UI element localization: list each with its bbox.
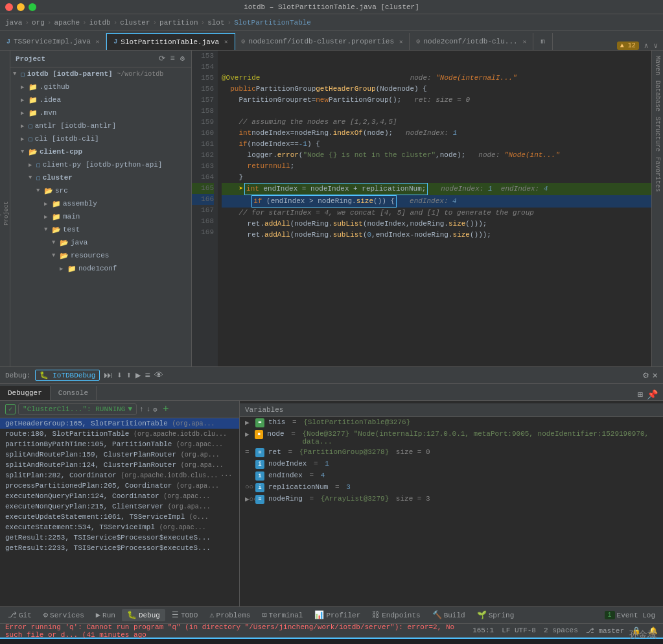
tree-item-cli[interactable]: ▶ ◻ cli [iotdb-cli]: [10, 132, 191, 145]
breadcrumb-apache[interactable]: apache: [54, 19, 80, 27]
frame-item-0[interactable]: getHeaderGroup:165, SlotPartitionTable (…: [0, 418, 239, 429]
tab-node2conf[interactable]: ⚙ node2conf/iotdb-clu... ✕: [410, 33, 533, 50]
frame-item-9[interactable]: executeUpdateStatement:1061, TSServiceIm…: [0, 512, 239, 522]
spring-button[interactable]: 🌱 Spring: [472, 609, 520, 621]
debug-button[interactable]: 🐛 Debug: [122, 609, 165, 621]
frame-item-4[interactable]: splitAndRoutePlan:124, ClusterPlanRouter…: [0, 460, 239, 470]
frame-item-3[interactable]: splitAndRoutePlan:159, ClusterPlanRouter…: [0, 449, 239, 460]
tree-item-client-py[interactable]: ▶ ◻ client-py [iotdb-python-api]: [10, 158, 191, 171]
var-nodeindex[interactable]: i nodeIndex = 1: [240, 459, 663, 470]
var-node[interactable]: ▶ ● node = {Node@3277} "Node(internalIp:…: [240, 429, 663, 447]
expand-all-icon[interactable]: ∨: [653, 42, 658, 50]
close-tab-icon[interactable]: ✕: [523, 38, 526, 45]
terminal-button[interactable]: ⊡ Terminal: [257, 609, 308, 621]
frame-item-12[interactable]: getResult:2233, TSIService$Processor$exe…: [0, 543, 239, 553]
tree-item-iotdb-root[interactable]: ▼ ◻ iotdb [iotdb-parent] ~/work/iotdb: [10, 67, 191, 80]
structure-label[interactable]: Structure: [654, 117, 661, 152]
todo-button[interactable]: ☰ TODO: [167, 609, 203, 621]
close-button[interactable]: [5, 3, 13, 11]
breadcrumb-class[interactable]: SlotPartitionTable: [234, 19, 311, 27]
add-frame-button[interactable]: +: [163, 403, 169, 415]
frame-item-8[interactable]: executeNonQueryPlan:215, ClientServer (o…: [0, 501, 239, 512]
frame-item-2[interactable]: partitionByPathTime:105, PartitionTable …: [0, 439, 239, 449]
var-ret[interactable]: = ≡ ret = {PartitionGroup@3278} size = 0: [240, 447, 663, 459]
debugger-tab[interactable]: Debugger: [0, 386, 51, 400]
collapse-tree-button[interactable]: ≡: [169, 53, 176, 64]
tree-item-assembly[interactable]: ▶ 📁 assembly: [10, 197, 191, 210]
problems-button[interactable]: ⚠ Problems: [204, 609, 255, 621]
tree-item-src[interactable]: ▼ 📂 src: [10, 184, 191, 197]
code-content[interactable]: @Override node: "Node(internalI..." publ…: [218, 51, 651, 366]
build-button[interactable]: 🔨 Build: [427, 609, 471, 621]
run-to-cursor-button[interactable]: ▶: [135, 370, 141, 381]
var-nodering[interactable]: ▶○○ ≡ nodeRing = {ArrayList@3279} size =…: [240, 494, 663, 505]
database-label[interactable]: Database: [654, 80, 661, 112]
var-this[interactable]: ▶ = this = {SlotPartitionTable@3276}: [240, 417, 663, 429]
thread-dropdown[interactable]: "ClusterCli...": RUNNING ▼: [18, 403, 137, 415]
event-log-button[interactable]: 1 Event Log: [599, 610, 660, 621]
frame-item-1[interactable]: route:180, SlotPartitionTable (org.apach…: [0, 429, 239, 439]
tree-item-resources[interactable]: ▼ 📂 resources: [10, 249, 191, 262]
restore-layout-icon[interactable]: ⊞: [638, 389, 643, 400]
profiler-button[interactable]: 📊 Profiler: [309, 609, 366, 621]
pin-tab-icon[interactable]: 📌: [647, 389, 658, 400]
settings-debug-button[interactable]: ⚙: [643, 370, 648, 381]
close-tab-icon[interactable]: ✕: [96, 38, 99, 45]
evaluate-button[interactable]: ≡: [145, 370, 150, 381]
var-endindex[interactable]: i endIndex = 4: [240, 470, 663, 482]
close-active-tab-icon[interactable]: ✕: [224, 38, 227, 45]
close-debug-button[interactable]: ✕: [653, 370, 658, 381]
step-into-button[interactable]: ⬇: [117, 370, 122, 381]
breadcrumb-slot[interactable]: slot: [207, 19, 224, 27]
fullscreen-button[interactable]: [29, 3, 36, 11]
warnings-badge[interactable]: ▲ 12: [617, 42, 639, 50]
code-editor[interactable]: 153154155 156157158 159160161 162163164 …: [192, 51, 651, 366]
terminal-panel[interactable]: _____ _________ ______ ____ |_ _| |_ _ _…: [0, 638, 663, 644]
show-watches-button[interactable]: 👁: [154, 370, 163, 381]
services-button[interactable]: ⚙ Services: [38, 609, 89, 621]
run-button[interactable]: ▶ Run: [91, 609, 121, 621]
breadcrumb-cluster[interactable]: cluster: [120, 19, 150, 27]
expand-icon[interactable]: =: [245, 448, 253, 456]
settings-tree-button[interactable]: ⚙: [179, 53, 186, 64]
frame-item-10[interactable]: executeStatement:534, TSServiceImpl (org…: [0, 522, 239, 532]
endpoints-button[interactable]: ⛓ Endpoints: [367, 609, 425, 621]
sync-tree-button[interactable]: ⟳: [157, 53, 167, 64]
tab-node1conf[interactable]: ⚙ node1conf/iotdb-cluster.properties ✕: [235, 33, 410, 50]
breadcrumb-partition[interactable]: partition: [159, 19, 198, 27]
step-out-button[interactable]: ⬆: [126, 370, 132, 381]
frames-filter-button[interactable]: ⊜: [153, 405, 157, 414]
frames-up-button[interactable]: ↑: [139, 405, 144, 413]
expand-icon[interactable]: ▶○○: [245, 495, 253, 503]
favorites-label[interactable]: Favorites: [654, 157, 661, 192]
var-replicationnum[interactable]: ○○ i replicationNum = 3: [240, 482, 663, 494]
frame-item-7[interactable]: executeNonQueryPlan:124, Coordinator (or…: [0, 491, 239, 501]
breadcrumb-org[interactable]: org: [32, 19, 45, 27]
expand-icon[interactable]: ○○: [245, 483, 253, 491]
frame-item-11[interactable]: getResult:2253, TSIService$Processor$exe…: [0, 532, 239, 543]
git-button[interactable]: ⎇ Git: [3, 609, 37, 621]
tab-tsserviceimpl[interactable]: J TSServiceImpl.java ✕: [0, 33, 106, 50]
tree-item-client-cpp[interactable]: ▼ 📂 client-cpp: [10, 145, 191, 158]
expand-icon[interactable]: ▶: [245, 430, 252, 438]
collapse-all-icon[interactable]: ∧: [644, 42, 649, 50]
tree-item-main[interactable]: ▶ 📁 main: [10, 210, 191, 223]
tree-item-test[interactable]: ▼ 📂 test: [10, 223, 191, 236]
console-tab[interactable]: Console: [51, 386, 97, 400]
tree-item-idea[interactable]: ▶ 📁 .idea: [10, 93, 191, 106]
tree-item-antlr[interactable]: ▶ ◻ antlr [iotdb-antlr]: [10, 119, 191, 132]
tab-maven[interactable]: m: [533, 33, 553, 50]
minimize-button[interactable]: [17, 3, 25, 11]
tree-item-mvn[interactable]: ▶ 📁 .mvn: [10, 106, 191, 119]
maven-label[interactable]: Maven: [654, 56, 661, 75]
expand-icon[interactable]: ▶: [245, 418, 253, 427]
tree-item-github[interactable]: ▶ 📁 .github: [10, 80, 191, 93]
breadcrumb-java[interactable]: java: [5, 19, 22, 27]
frame-item-5[interactable]: splitPlan:282, Coordinator (org.apache.i…: [0, 470, 239, 481]
tab-slotpartitiontable[interactable]: J SlotPartitionTable.java ✕: [106, 33, 235, 50]
frames-down-button[interactable]: ↓: [146, 405, 151, 413]
tree-item-java[interactable]: ▼ 📂 java: [10, 236, 191, 249]
close-tab-icon[interactable]: ✕: [399, 38, 402, 45]
tree-item-node1conf[interactable]: ▶ 📁 node1conf: [10, 262, 191, 275]
step-over-button[interactable]: ⏭: [104, 370, 113, 381]
